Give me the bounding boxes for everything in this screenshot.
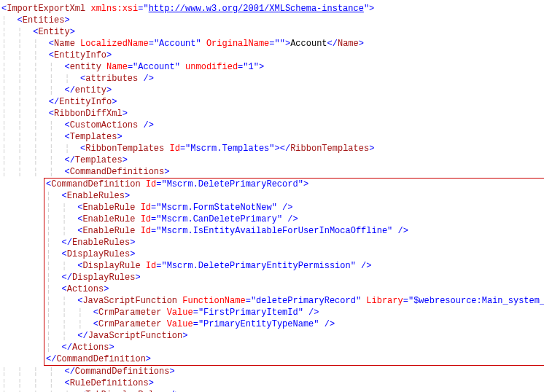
code-line: ¦ ¦ ¦ ¦ <CommandDefinitions> bbox=[1, 166, 543, 178]
code-line: ¦ ¦ ¦ <EntityInfo> bbox=[1, 50, 543, 61]
code-line: ¦ ¦ <EnableRule Id="Mscrm.IsEntityAvaila… bbox=[46, 225, 544, 237]
code-line: ¦ ¦ ¦ ¦ <CustomActions /> bbox=[1, 119, 543, 131]
code-line: </CommandDefinition> bbox=[46, 353, 544, 365]
code-line: ¦ ¦ ¦ <CrmParameter Value="FirstPrimaryI… bbox=[46, 307, 544, 318]
code-line: ¦ ¦ ¦ <Name LocalizedName="Account" Orig… bbox=[1, 38, 543, 50]
code-line: ¦ ¦ ¦ ¦ ¦ <TabDisplayRules /> bbox=[1, 389, 543, 392]
code-line: ¦ </EnableRules> bbox=[46, 237, 544, 248]
code-line: ¦ ¦ ¦ ¦ ¦ <attributes /> bbox=[1, 73, 543, 85]
xml-schema-link[interactable]: http://www.w3.org/2001/XMLSchema-instanc… bbox=[149, 4, 364, 14]
code-line: ¦ ¦ ¦ ¦ ¦ <RibbonTemplates Id="Mscrm.Tem… bbox=[1, 143, 543, 154]
code-line: <ImportExportXml xmlns:xsi="http://www.w… bbox=[1, 3, 543, 15]
code-line: <CommandDefinition Id="Mscrm.DeletePrima… bbox=[46, 179, 544, 190]
code-line: ¦ ¦ ¦ ¦ <Templates> bbox=[1, 131, 543, 143]
code-line: ¦ <DisplayRules> bbox=[46, 248, 544, 260]
code-line: ¦ ¦ ¦ <RibbonDiffXml> bbox=[1, 108, 543, 119]
code-line: ¦ ¦ <JavaScriptFunction FunctionName="de… bbox=[46, 295, 544, 307]
code-line: ¦ ¦ <EnableRule Id="Mscrm.CanDeletePrima… bbox=[46, 213, 544, 225]
code-line: ¦ </Actions> bbox=[46, 342, 544, 353]
code-line: ¦ ¦ </JavaScriptFunction> bbox=[46, 330, 544, 342]
code-line: ¦ <Entities> bbox=[1, 15, 543, 26]
code-line: ¦ ¦ <DisplayRule Id="Mscrm.DeletePrimary… bbox=[46, 260, 544, 272]
code-line: ¦ ¦ ¦ </EntityInfo> bbox=[1, 96, 543, 108]
code-line: ¦ <EnableRules> bbox=[46, 190, 544, 202]
highlighted-region: <CommandDefinition Id="Mscrm.DeletePrima… bbox=[44, 178, 544, 366]
code-line: ¦ ¦ ¦ ¦ </CommandDefinitions> bbox=[1, 366, 543, 377]
code-line: ¦ ¦ <Entity> bbox=[1, 26, 543, 38]
code-line: ¦ ¦ ¦ ¦ </Templates> bbox=[1, 154, 543, 166]
code-line: ¦ <Actions> bbox=[46, 283, 544, 295]
code-line: ¦ ¦ <EnableRule Id="Mscrm.FormStateNotNe… bbox=[46, 202, 544, 213]
code-line: ¦ ¦ ¦ ¦ </entity> bbox=[1, 85, 543, 96]
code-line: ¦ ¦ ¦ <CrmParameter Value="PrimaryEntity… bbox=[46, 318, 544, 330]
xml-code-block: <ImportExportXml xmlns:xsi="http://www.w… bbox=[1, 3, 543, 392]
code-line: ¦ ¦ ¦ ¦ <entity Name="Account" unmodifie… bbox=[1, 61, 543, 73]
code-line: ¦ ¦ ¦ ¦ <RuleDefinitions> bbox=[1, 377, 543, 389]
code-line: ¦ </DisplayRules> bbox=[46, 272, 544, 283]
